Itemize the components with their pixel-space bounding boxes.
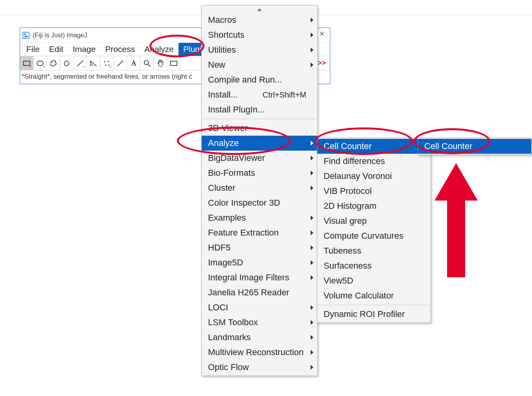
analyze-item-tubeness[interactable]: Tubeness xyxy=(317,243,431,258)
line-tool[interactable] xyxy=(74,56,87,70)
plugins-item-cluster[interactable]: Cluster xyxy=(202,181,317,195)
close-button[interactable]: × xyxy=(317,29,327,38)
text-tool[interactable]: A xyxy=(127,56,140,70)
menu-item-label: Install PlugIn... xyxy=(208,105,265,115)
window-title: (Fiji Is Just) ImageJ xyxy=(33,32,87,39)
plugins-item-landmarks[interactable]: Landmarks xyxy=(202,330,317,345)
svg-point-21 xyxy=(144,61,148,65)
plugins-item-install-plugin[interactable]: Install PlugIn... xyxy=(202,102,317,117)
menu-file[interactable]: File xyxy=(22,43,44,56)
submenu-arrow-icon xyxy=(311,63,313,67)
svg-text:A: A xyxy=(131,59,136,67)
analyze-submenu: Cell CounterFind differencesDelaunay Vor… xyxy=(317,138,431,323)
submenu-arrow-icon xyxy=(311,141,313,146)
menu-item-label: Color Inspector 3D xyxy=(208,198,280,208)
plugins-item-3d-viewer[interactable]: 3D Viewer xyxy=(202,121,317,136)
big-red-arrow-icon xyxy=(434,163,478,277)
zoom-tool[interactable] xyxy=(140,56,154,70)
svg-marker-15 xyxy=(110,66,111,68)
angle-tool[interactable] xyxy=(87,56,100,70)
polygon-select-tool[interactable] xyxy=(47,56,60,70)
analyze-item-vib-protocol[interactable]: VIB Protocol xyxy=(317,184,431,199)
submenu-arrow-icon xyxy=(311,18,313,22)
cellcounter-item-cell-counter[interactable]: Cell Counter xyxy=(418,139,531,154)
analyze-item-find-differences[interactable]: Find differences xyxy=(317,154,431,169)
menu-edit[interactable]: Edit xyxy=(44,43,68,56)
plugins-item-examples[interactable]: Examples xyxy=(202,210,317,225)
menu-scroll-up-icon[interactable] xyxy=(202,6,317,13)
plugins-item-macros[interactable]: Macros xyxy=(202,13,317,28)
plugins-item-optic-flow[interactable]: Optic Flow xyxy=(202,360,317,375)
plugins-item-bigdataviewer[interactable]: BigDataViewer xyxy=(202,151,317,166)
plugins-item-image5d[interactable]: Image5D xyxy=(202,255,317,270)
submenu-arrow-icon xyxy=(311,350,313,355)
plugins-item-install[interactable]: Install...Ctrl+Shift+M xyxy=(202,87,317,102)
menu-item-label: Analyze xyxy=(208,138,239,148)
oval-select-tool[interactable] xyxy=(33,56,47,70)
analyze-item-compute-curvatures[interactable]: Compute Curvatures xyxy=(317,228,431,243)
menu-item-label: Utilities xyxy=(208,45,236,55)
menu-item-label: Image5D xyxy=(208,258,243,268)
analyze-item-visual-grep[interactable]: Visual grep xyxy=(317,214,431,228)
submenu-arrow-icon xyxy=(311,171,313,175)
svg-point-2 xyxy=(37,61,43,66)
rect-select-tool[interactable] xyxy=(20,56,33,70)
cellcounter-submenu: Cell Counter xyxy=(418,138,532,155)
menu-item-label: VIB Protocol xyxy=(324,186,372,196)
plugins-item-multiview-reconstruction[interactable]: Multiview Reconstruction xyxy=(202,345,317,360)
plugins-item-shortcuts[interactable]: Shortcuts xyxy=(202,28,317,42)
rect2-tool[interactable] xyxy=(167,56,180,70)
freehand-select-tool[interactable] xyxy=(60,56,74,70)
svg-marker-6 xyxy=(83,66,85,68)
menu-item-shortcut: Ctrl+Shift+M xyxy=(251,90,306,99)
svg-marker-4 xyxy=(50,61,56,66)
plugins-item-color-inspector-3d[interactable]: Color Inspector 3D xyxy=(202,195,317,210)
analyze-item-2d-histogram[interactable]: 2D Histogram xyxy=(317,199,431,214)
menu-analyze[interactable]: Analyze xyxy=(140,43,179,56)
analyze-item-view5d[interactable]: View5D xyxy=(317,273,431,288)
submenu-arrow-icon xyxy=(311,215,313,220)
plugins-item-lsm-toolbox[interactable]: LSM Toolbox xyxy=(202,315,317,330)
menu-item-label: Multiview Reconstruction xyxy=(208,347,304,357)
point-tool[interactable] xyxy=(100,56,114,70)
menu-item-label: LSM Toolbox xyxy=(208,317,258,328)
plugins-item-bio-formats[interactable]: Bio-Formats xyxy=(202,166,317,181)
hand-tool[interactable] xyxy=(154,56,167,70)
analyze-item-volume-calculator[interactable]: Volume Calculator xyxy=(317,288,431,303)
wand-tool[interactable] xyxy=(114,56,127,70)
plugins-item-analyze[interactable]: Analyze xyxy=(202,136,317,151)
menu-image[interactable]: Image xyxy=(68,43,100,56)
analyze-item-delaunay-voronoi[interactable]: Delaunay Voronoi xyxy=(317,169,431,184)
plugins-menu: MacrosShortcutsUtilitiesNewCompile and R… xyxy=(201,5,318,376)
menu-item-label: Optic Flow xyxy=(208,362,249,372)
analyze-item-cell-counter[interactable]: Cell Counter xyxy=(317,139,431,154)
analyze-item-surfaceness[interactable]: Surfaceness xyxy=(317,258,431,273)
submenu-arrow-icon xyxy=(311,230,313,235)
menu-item-label: Cell Counter xyxy=(324,141,372,151)
menu-item-label: Examples xyxy=(208,213,246,223)
menu-item-label: Landmarks xyxy=(208,332,251,343)
menu-item-label: Delaunay Voronoi xyxy=(324,171,392,181)
menu-item-label: Tubeness xyxy=(324,246,361,256)
plugins-item-integral-image-filters[interactable]: Integral Image Filters xyxy=(202,270,317,285)
menu-item-label: 2D Histogram xyxy=(324,201,376,211)
submenu-arrow-icon xyxy=(311,260,313,265)
plugins-item-new[interactable]: New xyxy=(202,57,317,72)
menu-item-label: Volume Calculator xyxy=(324,291,394,301)
plugins-item-separator xyxy=(202,119,317,119)
plugins-item-compile-and-run[interactable]: Compile and Run... xyxy=(202,72,317,87)
menu-item-label: Surfaceness xyxy=(324,261,372,271)
plugins-item-hdf5[interactable]: HDF5 xyxy=(202,240,317,255)
svg-marker-3 xyxy=(43,66,44,68)
plugins-item-loci[interactable]: LOCI xyxy=(202,300,317,315)
menu-item-label: View5D xyxy=(324,276,353,286)
submenu-arrow-icon xyxy=(311,245,313,250)
svg-line-16 xyxy=(117,61,122,66)
menu-process[interactable]: Process xyxy=(100,43,140,56)
plugins-item-janelia-h265-reader[interactable]: Janelia H265 Reader xyxy=(202,285,317,300)
menu-item-label: Cluster xyxy=(208,183,236,193)
plugins-item-feature-extraction[interactable]: Feature Extraction xyxy=(202,225,317,240)
analyze-item-dynamic-roi-profiler[interactable]: Dynamic ROI Profiler xyxy=(317,307,431,322)
plugins-item-utilities[interactable]: Utilities xyxy=(202,42,317,57)
svg-rect-23 xyxy=(170,61,177,66)
